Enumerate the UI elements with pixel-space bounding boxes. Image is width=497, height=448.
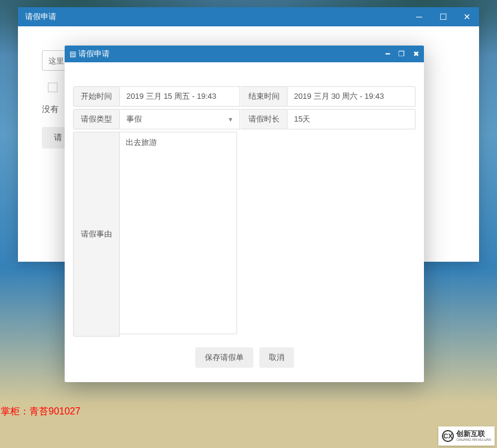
dialog-body: 开始时间 2019 三月 15 周五 - 19:43 结束时间 2019 三月 … — [65, 62, 424, 382]
dialog-titlebar: ▤ 请假申请 ━ ❐ ✖ — [65, 46, 424, 62]
dialog-close-icon[interactable]: ✖ — [413, 50, 419, 58]
reason-textarea[interactable] — [120, 132, 237, 334]
start-time-label: 开始时间 — [73, 86, 120, 107]
duration-label: 请假时长 — [241, 109, 287, 129]
leave-type-value: 事假 — [126, 114, 142, 125]
save-button[interactable]: 保存请假单 — [195, 347, 253, 368]
brand-mark: CX — [442, 430, 454, 442]
dialog-title: 请假申请 — [78, 49, 386, 59]
duration-value: 15天 — [288, 109, 416, 129]
brand-logo: CX 创新互联 CHUANG XIN HU LIAN — [438, 426, 495, 446]
main-window-title: 请假申请 — [25, 11, 414, 22]
leave-type-select[interactable]: 事假 ▼ — [120, 109, 240, 129]
cancel-button[interactable]: 取消 — [259, 347, 294, 368]
main-window-controls: ─ ☐ ✕ — [414, 12, 472, 22]
leave-type-label: 请假类型 — [73, 109, 120, 129]
leave-request-dialog: ▤ 请假申请 ━ ❐ ✖ 开始时间 2019 三月 15 周五 - 19:43 … — [65, 46, 424, 382]
end-time-label: 结束时间 — [241, 86, 287, 107]
reason-label: 请假事由 — [73, 132, 120, 337]
dialog-form-icon: ▤ — [69, 50, 76, 58]
dialog-footer: 保存请假单 取消 — [73, 347, 416, 368]
dialog-window-controls: ━ ❐ ✖ — [386, 50, 419, 58]
maximize-icon[interactable]: ☐ — [438, 12, 448, 22]
dialog-minimize-icon[interactable]: ━ — [386, 50, 390, 58]
watermark-text: 掌柜：青苔901027 — [1, 405, 80, 418]
chevron-down-icon: ▼ — [228, 116, 234, 123]
dialog-maximize-icon[interactable]: ❐ — [398, 50, 405, 58]
main-titlebar: 请假申请 ─ ☐ ✕ — [18, 7, 479, 26]
close-icon[interactable]: ✕ — [462, 12, 472, 22]
minimize-icon[interactable]: ─ — [414, 12, 424, 22]
brand-name-cn: 创新互联 — [456, 430, 491, 438]
end-time-input[interactable]: 2019 三月 30 周六 - 19:43 — [288, 86, 416, 107]
brand-name-en: CHUANG XIN HU LIAN — [456, 438, 491, 442]
bg-checkbox[interactable] — [48, 83, 57, 92]
start-time-input[interactable]: 2019 三月 15 周五 - 19:43 — [120, 86, 240, 107]
